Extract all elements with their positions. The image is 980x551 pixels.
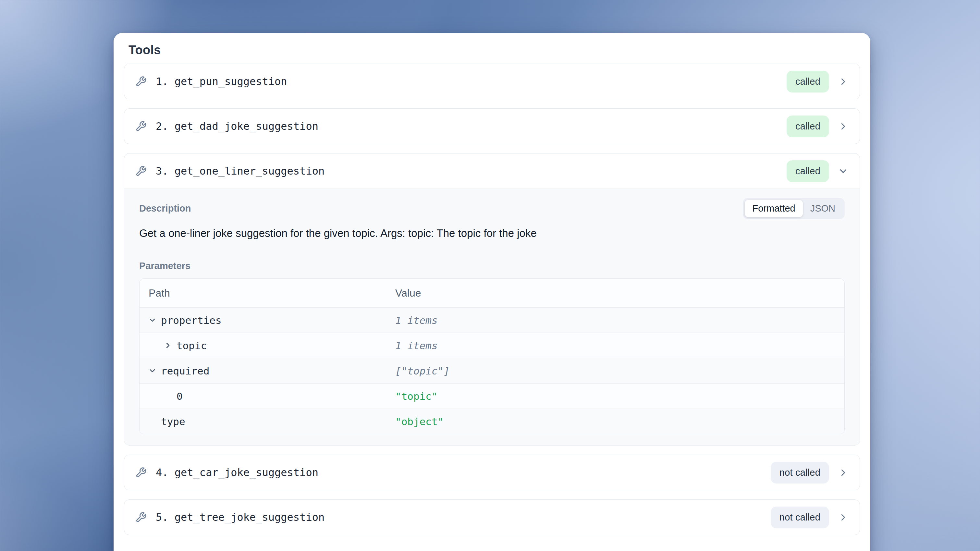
table-row-properties[interactable]: properties 1 items	[140, 307, 844, 333]
tool-name: 2. get_dad_joke_suggestion	[156, 120, 787, 132]
param-value: 1 items	[395, 314, 844, 326]
wrench-icon	[135, 467, 147, 478]
parameters-label: Parameters	[139, 261, 845, 271]
tool-name: 4. get_car_joke_suggestion	[156, 466, 771, 479]
tool-name: 5. get_tree_joke_suggestion	[156, 511, 771, 524]
detail-header: Description Formatted JSON	[139, 198, 845, 219]
chevron-right-icon[interactable]	[838, 121, 849, 132]
status-badge: called	[787, 116, 829, 137]
table-row-required-0: 0 "topic"	[140, 383, 844, 409]
param-value: ["topic"]	[395, 365, 844, 377]
wrench-icon	[135, 512, 147, 523]
tool-row-header-get_car_joke_suggestion[interactable]: 4. get_car_joke_suggestion not called	[124, 455, 860, 490]
chevron-right-icon[interactable]	[838, 512, 849, 523]
status-badge: not called	[771, 506, 829, 528]
status-badge: not called	[771, 462, 829, 484]
tool-detail-panel: Description Formatted JSON Get a one-lin…	[124, 188, 860, 445]
tools-panel: Tools 1. get_pun_suggestion called 2. ge…	[114, 33, 870, 551]
chevron-right-icon[interactable]	[838, 467, 849, 478]
param-path: 0	[177, 390, 183, 402]
wrench-icon	[135, 76, 147, 87]
chevron-right-icon[interactable]	[838, 76, 849, 87]
page-title: Tools	[129, 43, 860, 57]
wrench-icon	[135, 121, 147, 132]
toggle-formatted[interactable]: Formatted	[745, 200, 802, 217]
tool-name: 1. get_pun_suggestion	[156, 75, 787, 88]
path-column-header: Path	[140, 287, 395, 299]
table-row-type: type "object"	[140, 409, 844, 434]
toggle-json[interactable]: JSON	[803, 200, 843, 217]
view-mode-toggle: Formatted JSON	[743, 198, 845, 219]
value-column-header: Value	[395, 287, 844, 299]
tool-row-expanded: 3. get_one_liner_suggestion called Descr…	[124, 153, 860, 446]
param-path: properties	[161, 314, 222, 326]
tool-row: 1. get_pun_suggestion called	[124, 64, 860, 99]
tool-name: 3. get_one_liner_suggestion	[156, 165, 787, 177]
table-row-topic[interactable]: topic 1 items	[140, 333, 844, 358]
tool-row: 4. get_car_joke_suggestion not called	[124, 455, 860, 490]
tool-row-header-get_tree_joke_suggestion[interactable]: 5. get_tree_joke_suggestion not called	[124, 500, 860, 535]
table-row-required[interactable]: required ["topic"]	[140, 358, 844, 383]
param-path: required	[161, 365, 209, 377]
tool-row: 2. get_dad_joke_suggestion called	[124, 108, 860, 144]
chevron-right-icon[interactable]	[164, 341, 177, 350]
tool-row-header-get_one_liner_suggestion[interactable]: 3. get_one_liner_suggestion called	[124, 153, 860, 188]
status-badge: called	[787, 160, 829, 182]
param-value: "topic"	[395, 390, 844, 402]
parameters-table: Path Value properties 1 items topic 1	[139, 279, 845, 434]
table-header-row: Path Value	[140, 279, 844, 307]
param-path: type	[161, 416, 185, 427]
chevron-down-icon[interactable]	[148, 316, 161, 325]
param-value: "object"	[395, 416, 844, 427]
status-badge: called	[787, 71, 829, 92]
tool-description: Get a one-liner joke suggestion for the …	[139, 226, 845, 240]
tool-row-header-get_pun_suggestion[interactable]: 1. get_pun_suggestion called	[124, 64, 860, 99]
param-path: topic	[177, 340, 207, 352]
chevron-down-icon[interactable]	[148, 366, 161, 375]
wrench-icon	[135, 166, 147, 177]
tool-row-header-get_dad_joke_suggestion[interactable]: 2. get_dad_joke_suggestion called	[124, 109, 860, 144]
description-label: Description	[139, 203, 191, 214]
param-value: 1 items	[395, 340, 844, 352]
tool-row: 5. get_tree_joke_suggestion not called	[124, 499, 860, 535]
chevron-down-icon[interactable]	[838, 166, 849, 177]
